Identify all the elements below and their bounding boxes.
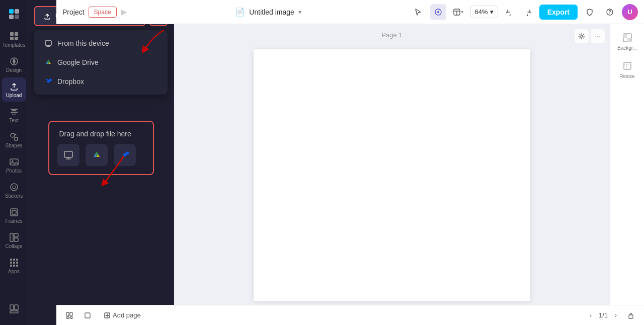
- header-project[interactable]: Project: [62, 8, 85, 16]
- svg-point-14: [12, 186, 13, 187]
- dropdown-item-dropbox[interactable]: Dropbox: [36, 72, 166, 91]
- drag-drop-gdrive-button[interactable]: [86, 144, 108, 166]
- sidebar-label-stickers: Stickers: [5, 193, 23, 199]
- sidebar-item-templates[interactable]: Templates: [2, 27, 26, 51]
- svg-rect-21: [10, 259, 12, 261]
- shield-icon-button[interactable]: [582, 4, 598, 20]
- dropdown-item-label-dropbox: Dropbox: [57, 77, 84, 86]
- drag-drop-device-button[interactable]: [57, 144, 79, 166]
- right-panel-background[interactable]: Backgr...: [612, 28, 642, 54]
- sidebar-item-design[interactable]: Design: [2, 52, 26, 76]
- help-icon-button[interactable]: [602, 4, 618, 20]
- svg-rect-0: [9, 9, 14, 14]
- sidebar-item-collage[interactable]: Collage: [2, 228, 26, 253]
- header-space-button[interactable]: Space: [89, 7, 117, 18]
- sidebar-label-collage: Collage: [6, 243, 23, 249]
- dropdown-item-google-drive[interactable]: Google Drive: [36, 53, 166, 71]
- sidebar-item-stickers[interactable]: Stickers: [2, 178, 26, 202]
- dropdown-item-from-device[interactable]: From this device: [36, 34, 166, 52]
- svg-rect-6: [10, 37, 14, 40]
- sidebar-label-apps: Apps: [8, 269, 20, 274]
- right-panel-resize-label: Resize: [619, 73, 635, 79]
- doc-title: Untitled image: [249, 8, 294, 16]
- dropdown-item-label-from-device: From this device: [57, 39, 109, 47]
- sidebar-item-help[interactable]: [2, 297, 26, 321]
- svg-point-9: [11, 133, 15, 137]
- page-more-button[interactable]: ···: [591, 29, 605, 43]
- zoom-selector[interactable]: 64% ▾: [470, 6, 498, 18]
- svg-rect-2: [9, 15, 14, 19]
- layout-tool-button[interactable]: ▾: [450, 4, 466, 20]
- brand-logo[interactable]: [2, 4, 26, 24]
- dropdown-item-label-google-drive: Google Drive: [57, 58, 99, 66]
- svg-point-37: [609, 13, 610, 14]
- upload-dropdown-menu: From this device Google Drive: [34, 30, 168, 95]
- svg-point-34: [437, 11, 439, 13]
- draw-tool-button[interactable]: [430, 4, 446, 20]
- canvas-area: Page 1 ···: [174, 24, 610, 325]
- page-thumbnail-button[interactable]: [80, 308, 95, 322]
- svg-rect-49: [70, 317, 72, 318]
- svg-rect-28: [13, 265, 15, 267]
- pointer-tool-button[interactable]: [410, 4, 426, 20]
- svg-rect-1: [15, 9, 19, 14]
- drag-drop-dropbox-button[interactable]: [114, 144, 136, 166]
- svg-rect-18: [10, 233, 13, 241]
- lock-button[interactable]: [624, 308, 638, 322]
- sidebar-label-design: Design: [6, 67, 22, 73]
- right-panel-resize[interactable]: Resize: [612, 56, 642, 83]
- bottom-bar: Add page ‹ 1/1 ›: [56, 305, 644, 325]
- svg-rect-39: [45, 41, 51, 45]
- page-label: Page 1: [381, 31, 402, 39]
- sidebar-item-upload[interactable]: Upload: [2, 77, 26, 102]
- header-right: ▾ 64% ▾: [410, 4, 638, 20]
- svg-rect-30: [10, 311, 18, 313]
- drag-drop-area[interactable]: Drag and drop file here: [48, 121, 154, 175]
- zoom-level: 64%: [475, 8, 488, 16]
- sidebar-label-shapes: Shapes: [6, 143, 23, 148]
- page-controls: ···: [575, 29, 605, 43]
- svg-rect-52: [629, 315, 633, 318]
- undo-button[interactable]: [502, 4, 518, 20]
- undo-redo-group: [502, 4, 535, 20]
- sidebar-label-frames: Frames: [6, 218, 23, 224]
- add-page-label: Add page: [113, 311, 141, 319]
- svg-rect-16: [11, 209, 18, 216]
- svg-point-12: [12, 160, 13, 161]
- user-avatar[interactable]: U: [622, 4, 638, 20]
- add-page-button[interactable]: Add page: [99, 309, 146, 321]
- zoom-chevron: ▾: [490, 8, 494, 16]
- svg-rect-26: [16, 262, 18, 264]
- redo-button[interactable]: [519, 4, 535, 20]
- svg-rect-10: [15, 137, 18, 140]
- sidebar-label-upload: Upload: [6, 93, 22, 98]
- next-page-button[interactable]: ›: [610, 309, 622, 321]
- svg-rect-43: [623, 34, 627, 38]
- svg-rect-3: [15, 15, 19, 19]
- sidebar-item-frames[interactable]: Frames: [2, 203, 26, 227]
- header-center: 📄 Untitled image ▾: [131, 7, 406, 17]
- sidebar-item-apps[interactable]: Apps: [2, 254, 26, 278]
- page-settings-button[interactable]: [575, 29, 589, 43]
- export-button[interactable]: Export: [539, 5, 578, 20]
- doc-title-chevron[interactable]: ▾: [298, 9, 301, 16]
- sidebar-item-shapes[interactable]: Shapes: [2, 128, 26, 152]
- nav-separator: ▶: [121, 7, 127, 17]
- right-panel-background-label: Backgr...: [617, 45, 637, 51]
- page-counter: 1/1: [599, 311, 608, 319]
- content-area: Upload: [28, 0, 644, 325]
- svg-point-41: [581, 35, 583, 37]
- prev-page-button[interactable]: ‹: [585, 309, 597, 321]
- svg-rect-44: [627, 38, 631, 42]
- pages-overview-button[interactable]: [62, 308, 76, 322]
- svg-rect-32: [15, 305, 18, 310]
- svg-point-15: [15, 186, 16, 187]
- layout-chevron: ▾: [461, 9, 463, 15]
- sidebar-item-photos[interactable]: Photos: [2, 153, 26, 177]
- more-dots: ···: [595, 32, 601, 40]
- bottom-right: ‹ 1/1 ›: [585, 308, 638, 322]
- svg-rect-20: [14, 238, 18, 241]
- svg-rect-25: [13, 262, 15, 264]
- svg-rect-4: [10, 32, 14, 36]
- sidebar-item-text[interactable]: Text: [2, 103, 26, 127]
